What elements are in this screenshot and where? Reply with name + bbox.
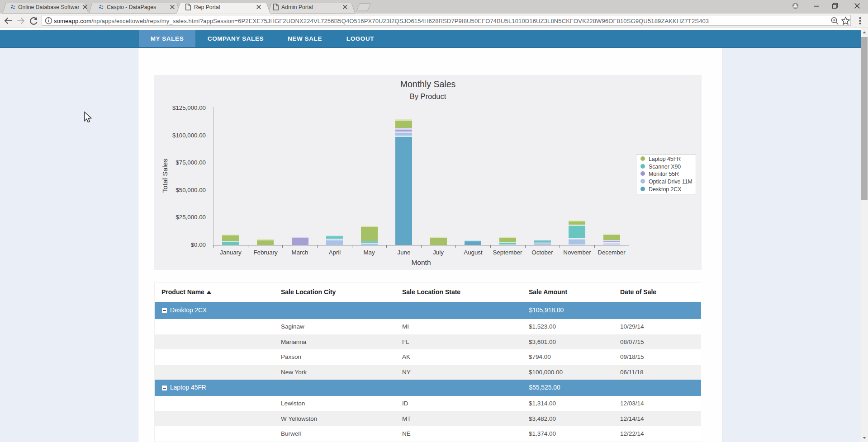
svg-text:Rep Portal: Rep Portal bbox=[194, 4, 220, 10]
svg-text:Caspio - DataPages: Caspio - DataPages bbox=[107, 4, 156, 10]
svg-text:Admin Portal: Admin Portal bbox=[281, 4, 313, 10]
svg-text:Online Database Softwar: Online Database Softwar bbox=[18, 4, 80, 10]
